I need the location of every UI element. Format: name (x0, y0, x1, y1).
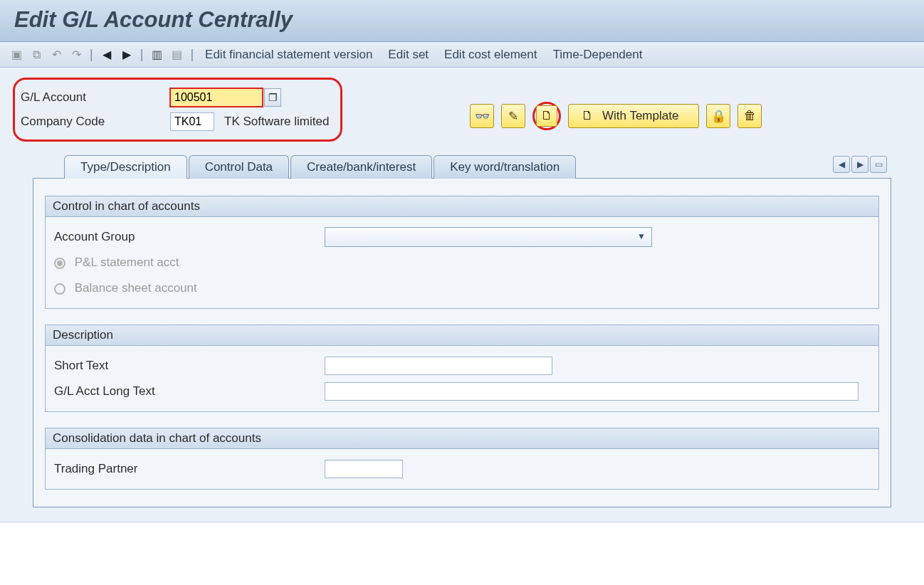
with-template-button[interactable]: 🗋 With Template (568, 104, 699, 128)
toolbar-icon-1[interactable]: ▣ (9, 47, 24, 63)
pl-statement-radio[interactable] (54, 258, 65, 269)
tab-type-description[interactable]: Type/Description (64, 155, 187, 179)
group-control-in-chart: Control in chart of accounts Account Gro… (45, 196, 879, 309)
gl-account-row: G/L Account ❐ (21, 85, 329, 110)
new-file-icon: 🗋 (541, 109, 553, 123)
page-title: Edit G/L Account Centrally (14, 7, 293, 32)
long-text-input[interactable] (325, 382, 859, 401)
lock-button[interactable]: 🔒 (706, 104, 730, 128)
redo-icon[interactable]: ↷ (68, 47, 84, 63)
edit-fsv-link[interactable]: Edit financial statement version (199, 48, 378, 62)
company-code-desc: TK Software limited (224, 115, 329, 129)
group-control-in-chart-body: Account Group P&L statement acct Balance… (46, 217, 878, 308)
with-template-label: With Template (602, 109, 678, 123)
pencil-icon: ✎ (508, 109, 518, 124)
account-group-label: Account Group (54, 230, 325, 244)
balance-sheet-option[interactable]: Balance sheet account (54, 281, 325, 295)
lock-icon: 🔒 (711, 109, 726, 124)
balance-sheet-label: Balance sheet account (75, 281, 197, 295)
tab-keyword-translation[interactable]: Key word/translation (434, 155, 576, 179)
group-description-body: Short Text G/L Acct Long Text (46, 346, 878, 411)
long-text-label: G/L Acct Long Text (54, 384, 325, 399)
company-code-input[interactable] (170, 112, 214, 131)
edit-set-link[interactable]: Edit set (382, 48, 434, 62)
balance-sheet-radio[interactable] (54, 283, 65, 295)
trading-partner-input[interactable] (325, 460, 403, 478)
prev-icon[interactable]: ◀ (99, 47, 115, 63)
pl-statement-label: P&L statement acct (75, 255, 179, 269)
group-consolidation-title: Consolidation data in chart of accounts (46, 428, 878, 449)
trash-icon: 🗑 (744, 109, 756, 123)
display-button[interactable]: 👓 (470, 104, 494, 128)
tab-scroll-left-button[interactable]: ◀ (833, 156, 850, 173)
short-text-input[interactable] (325, 357, 552, 375)
gl-account-matchcode-button[interactable]: ❐ (264, 88, 281, 107)
short-text-label: Short Text (54, 359, 325, 373)
create-highlight-circle: 🗋 (532, 102, 561, 130)
chevron-left-icon: ◀ (839, 159, 845, 169)
edit-button[interactable]: ✎ (501, 104, 525, 128)
glasses-icon: 👓 (475, 109, 490, 124)
account-group-select[interactable] (325, 227, 652, 247)
undo-icon[interactable]: ↶ (48, 47, 64, 63)
time-dependent-link[interactable]: Time-Dependent (547, 48, 648, 62)
app-toolbar: ▣ ⧉ ↶ ↷ | ◀ ▶ | ▥ ▤ | Edit financial sta… (0, 42, 924, 68)
delete-button[interactable]: 🗑 (737, 104, 762, 128)
title-bar: Edit G/L Account Centrally (0, 0, 924, 42)
group-description-title: Description (46, 325, 878, 346)
tab-strip: Type/Description Control Data Create/ban… (13, 142, 911, 178)
pl-statement-option[interactable]: P&L statement acct (54, 255, 325, 270)
tab-scroll-right-button[interactable]: ▶ (851, 156, 868, 173)
chevron-right-icon: ▶ (857, 159, 863, 169)
company-code-row: Company Code TK Software limited (21, 110, 329, 134)
key-fields-area: G/L Account ❐ Company Code TK Software l… (0, 68, 924, 522)
separator: | (88, 47, 95, 62)
action-buttons: 👓 ✎ 🗋 🗋 With Template 🔒 🗑 (470, 102, 762, 130)
tab-list-icon: ▭ (875, 159, 883, 169)
tab-body: Control in chart of accounts Account Gro… (33, 178, 891, 507)
gl-account-label: G/L Account (21, 90, 170, 105)
period-icon[interactable]: ▥ (149, 47, 164, 63)
gl-account-input[interactable] (170, 88, 263, 107)
create-button[interactable]: 🗋 (536, 105, 557, 127)
next-icon[interactable]: ▶ (119, 47, 135, 63)
group-control-in-chart-title: Control in chart of accounts (46, 196, 878, 217)
group-consolidation: Consolidation data in chart of accounts … (45, 428, 879, 490)
tab-list-button[interactable]: ▭ (870, 156, 887, 173)
edit-cost-element-link[interactable]: Edit cost element (439, 48, 542, 62)
group-consolidation-body: Trading Partner (46, 449, 878, 489)
toolbar-icon-2[interactable]: ⧉ (28, 47, 44, 63)
tab-control-data[interactable]: Control Data (189, 155, 289, 179)
trading-partner-label: Trading Partner (54, 462, 325, 476)
highlighted-key-fields: G/L Account ❐ Company Code TK Software l… (13, 78, 342, 142)
tab-scroll-buttons: ◀ ▶ ▭ (833, 156, 887, 173)
separator: | (189, 47, 195, 62)
group-description: Description Short Text G/L Acct Long Tex… (45, 325, 879, 412)
company-code-label: Company Code (21, 115, 170, 129)
doc-icon[interactable]: ▤ (169, 47, 184, 63)
new-file-icon: 🗋 (582, 109, 594, 123)
separator: | (139, 47, 145, 62)
tab-create-bank-interest[interactable]: Create/bank/interest (290, 155, 432, 179)
